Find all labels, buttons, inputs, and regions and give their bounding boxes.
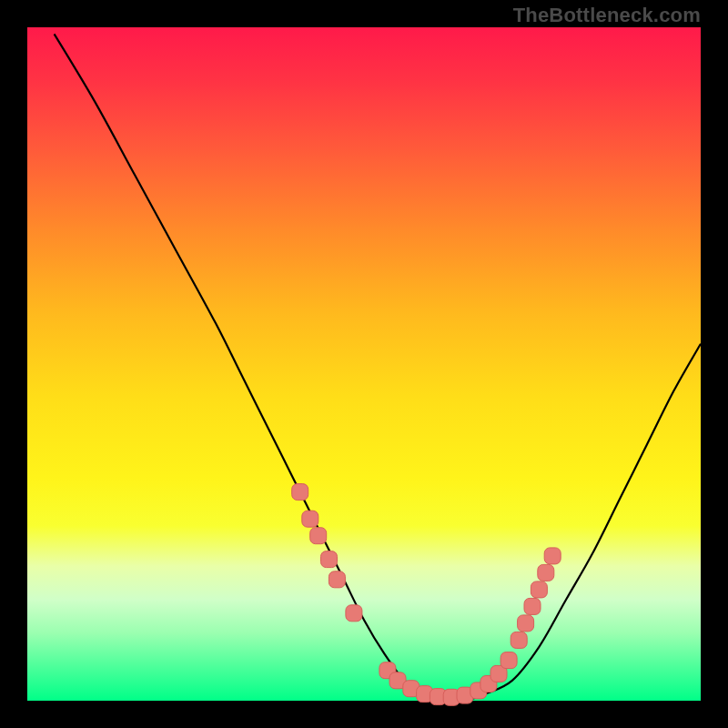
chart-container: TheBottleneck.com <box>0 0 728 728</box>
marker-left-2 <box>310 528 327 544</box>
marker-left-5 <box>346 605 362 622</box>
marker-right-3 <box>524 598 541 614</box>
chart-svg <box>27 27 701 701</box>
marker-right-6 <box>544 548 561 564</box>
bottleneck-curve <box>55 34 701 702</box>
marker-right-5 <box>538 564 554 581</box>
marker-right-0 <box>500 652 517 669</box>
marker-left-3 <box>321 551 338 568</box>
marker-left-4 <box>329 571 345 588</box>
marker-right-2 <box>518 615 534 632</box>
marker-right-1 <box>511 632 527 648</box>
marker-left-1 <box>302 511 318 527</box>
marker-left-0 <box>292 484 308 500</box>
watermark-text: TheBottleneck.com <box>513 4 701 27</box>
marker-right-4 <box>531 581 547 598</box>
